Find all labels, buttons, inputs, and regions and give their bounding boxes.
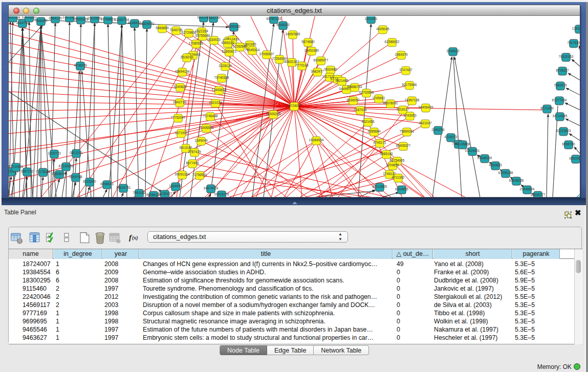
svg-text:80112805: 80112805 — [373, 185, 387, 188]
svg-text:76945314: 76945314 — [245, 48, 260, 52]
svg-text:02606474: 02606474 — [52, 172, 67, 176]
svg-text:29946804: 29946804 — [520, 187, 535, 191]
svg-text:7346706: 7346706 — [169, 28, 183, 32]
svg-text:7182278: 7182278 — [207, 16, 220, 19]
svg-text:5098393: 5098393 — [276, 23, 290, 27]
svg-text:8677496: 8677496 — [186, 161, 199, 165]
svg-text:96405377: 96405377 — [396, 144, 411, 147]
svg-text:34957885: 34957885 — [286, 32, 300, 36]
svg-text:18300295: 18300295 — [266, 112, 281, 116]
svg-text:65787133: 65787133 — [267, 17, 281, 20]
svg-text:71906594: 71906594 — [199, 126, 214, 129]
svg-text:0932480: 0932480 — [324, 68, 337, 71]
svg-text:4711382: 4711382 — [392, 176, 405, 179]
svg-text:2421024: 2421024 — [209, 101, 222, 104]
svg-text:7991183: 7991183 — [133, 191, 146, 194]
svg-text:8708317: 8708317 — [556, 69, 569, 72]
svg-text:2328120: 2328120 — [219, 64, 232, 68]
svg-text:57262849: 57262849 — [233, 45, 248, 48]
svg-text:17080531: 17080531 — [189, 41, 204, 45]
svg-text:55886753: 55886753 — [347, 85, 362, 89]
svg-text:9521456: 9521456 — [361, 120, 375, 123]
svg-text:0330923: 0330923 — [207, 38, 221, 41]
svg-text:86578091: 86578091 — [383, 101, 398, 105]
svg-text:69784801: 69784801 — [101, 17, 116, 21]
svg-text:3387262: 3387262 — [20, 169, 34, 173]
svg-text:75869261: 75869261 — [400, 129, 415, 133]
svg-text:28809570: 28809570 — [140, 22, 155, 26]
svg-text:2787429: 2787429 — [188, 150, 201, 154]
svg-text:4966319: 4966319 — [221, 41, 234, 45]
svg-text:67010651: 67010651 — [9, 165, 24, 168]
svg-text:13433200: 13433200 — [572, 27, 580, 30]
svg-text:94406409: 94406409 — [419, 105, 433, 109]
svg-text:34624751: 34624751 — [116, 186, 131, 189]
svg-text:6193990: 6193990 — [83, 180, 96, 183]
svg-text:4005045: 4005045 — [376, 27, 389, 31]
svg-text:36995777: 36995777 — [531, 193, 546, 196]
svg-text:34714345: 34714345 — [553, 114, 568, 118]
svg-text:1745961: 1745961 — [372, 96, 385, 100]
svg-text:7889579: 7889579 — [554, 83, 567, 87]
svg-text:19384554: 19384554 — [309, 138, 324, 142]
svg-text:87277434: 87277434 — [552, 98, 567, 102]
svg-text:9821465: 9821465 — [335, 79, 349, 82]
svg-text:1824493: 1824493 — [169, 184, 182, 188]
svg-text:3709859: 3709859 — [386, 163, 399, 167]
svg-text:10122691: 10122691 — [88, 16, 102, 20]
svg-text:74367136: 74367136 — [405, 98, 420, 102]
svg-text:0812191: 0812191 — [70, 151, 83, 155]
svg-text:80831367: 80831367 — [285, 60, 299, 63]
svg-text:4896383: 4896383 — [227, 25, 241, 28]
svg-text:15451680: 15451680 — [304, 49, 319, 52]
svg-text:4745171: 4745171 — [373, 141, 386, 144]
svg-text:71756551: 71756551 — [192, 173, 207, 177]
svg-text:96965328: 96965328 — [74, 17, 89, 21]
svg-text:4738299: 4738299 — [74, 63, 87, 67]
svg-text:98084124: 98084124 — [146, 193, 161, 196]
svg-text:3285884: 3285884 — [367, 129, 381, 133]
svg-text:8721489: 8721489 — [540, 106, 554, 110]
svg-text:4216073: 4216073 — [444, 135, 458, 139]
svg-text:55698169: 55698169 — [477, 156, 492, 160]
svg-text:(x): (x) — [132, 235, 138, 241]
svg-text:13493618: 13493618 — [212, 88, 227, 92]
svg-text:71746488: 71746488 — [203, 114, 218, 118]
svg-text:81223623: 81223623 — [556, 129, 571, 133]
svg-text:5466889: 5466889 — [156, 26, 169, 30]
svg-text:3518233: 3518233 — [180, 55, 193, 59]
svg-text:53755646: 53755646 — [195, 34, 210, 37]
svg-text:82175946: 82175946 — [402, 83, 417, 86]
svg-text:6204505: 6204505 — [395, 187, 408, 191]
svg-text:18724007: 18724007 — [287, 104, 302, 107]
svg-text:0842710: 0842710 — [173, 100, 186, 104]
svg-text:5009788: 5009788 — [69, 175, 82, 179]
svg-text:51462704: 51462704 — [115, 18, 129, 21]
svg-text:9636057: 9636057 — [346, 98, 360, 102]
svg-text:60385977: 60385977 — [314, 58, 329, 62]
svg-text:5240824: 5240824 — [173, 85, 187, 89]
svg-text:0564139: 0564139 — [49, 16, 62, 20]
svg-text:7770143: 7770143 — [295, 63, 309, 67]
svg-text:1031051: 1031051 — [364, 17, 378, 20]
svg-text:49894134: 49894134 — [175, 70, 190, 73]
svg-text:4316117: 4316117 — [397, 107, 409, 111]
svg-text:7187026: 7187026 — [354, 108, 367, 112]
svg-text:9743953: 9743953 — [403, 114, 417, 117]
svg-text:9421047: 9421047 — [419, 121, 432, 125]
svg-text:1969379: 1969379 — [395, 53, 408, 56]
svg-text:01429401: 01429401 — [465, 149, 480, 152]
svg-text:1326773: 1326773 — [48, 151, 61, 155]
svg-text:76320163: 76320163 — [559, 55, 574, 58]
svg-text:87234309: 87234309 — [59, 164, 74, 168]
svg-text:51850671: 51850671 — [222, 50, 237, 53]
svg-text:65648236: 65648236 — [509, 179, 524, 182]
svg-text:6690967: 6690967 — [569, 157, 580, 160]
svg-text:5674680: 5674680 — [301, 40, 315, 43]
svg-text:00524278: 00524278 — [214, 192, 229, 196]
svg-text:7917693: 7917693 — [567, 41, 580, 45]
svg-text:34874016: 34874016 — [204, 186, 219, 190]
svg-text:79740344: 79740344 — [214, 76, 229, 79]
svg-text:37996507: 37996507 — [259, 52, 274, 56]
svg-text:6998543: 6998543 — [100, 182, 114, 186]
